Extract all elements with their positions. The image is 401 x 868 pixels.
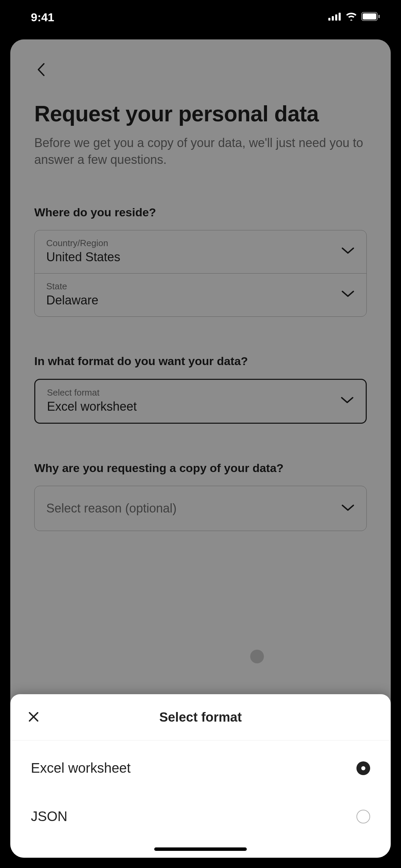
wifi-icon bbox=[345, 12, 357, 22]
svg-rect-3 bbox=[339, 13, 341, 21]
option-label: JSON bbox=[31, 809, 68, 824]
reason-select-placeholder: Select reason (optional) bbox=[46, 501, 334, 516]
sheet-title: Select format bbox=[159, 710, 242, 725]
battery-icon bbox=[361, 12, 380, 22]
svg-rect-5 bbox=[363, 13, 376, 20]
country-select-label: Country/Region bbox=[46, 238, 334, 249]
chevron-down-icon bbox=[341, 503, 355, 514]
section-label-format: In what format do you want your data? bbox=[34, 354, 367, 368]
country-select-value: United States bbox=[46, 250, 334, 264]
radio-unselected-icon bbox=[356, 810, 370, 823]
svg-rect-2 bbox=[335, 14, 337, 21]
section-label-reside: Where do you reside? bbox=[34, 206, 367, 219]
page-title: Request your personal data bbox=[34, 101, 367, 126]
radio-selected-icon bbox=[356, 761, 370, 775]
status-icons bbox=[328, 12, 380, 22]
state-select[interactable]: State Delaware bbox=[35, 273, 366, 316]
svg-rect-1 bbox=[332, 16, 334, 21]
reason-select[interactable]: Select reason (optional) bbox=[35, 486, 366, 531]
back-button[interactable] bbox=[31, 60, 51, 81]
section-label-reason: Why are you requesting a copy of your da… bbox=[34, 461, 367, 475]
select-format-sheet: Select format Excel worksheet JSON bbox=[10, 694, 391, 858]
sheet-close-button[interactable] bbox=[24, 708, 43, 727]
cellular-icon bbox=[328, 12, 341, 22]
app-screen: Request your personal data Before we get… bbox=[10, 39, 391, 858]
chevron-down-icon bbox=[341, 246, 355, 256]
status-bar: 9:41 bbox=[0, 0, 401, 34]
country-select[interactable]: Country/Region United States bbox=[35, 230, 366, 273]
home-indicator[interactable] bbox=[154, 847, 247, 851]
svg-rect-6 bbox=[378, 15, 380, 18]
svg-rect-0 bbox=[328, 18, 330, 21]
option-json[interactable]: JSON bbox=[10, 792, 391, 841]
state-select-value: Delaware bbox=[46, 293, 334, 308]
touch-indicator bbox=[250, 650, 264, 663]
state-select-label: State bbox=[46, 281, 334, 292]
option-label: Excel worksheet bbox=[31, 760, 131, 776]
close-icon bbox=[27, 711, 40, 724]
format-select[interactable]: Select format Excel worksheet bbox=[35, 380, 366, 423]
format-select-label: Select format bbox=[47, 387, 333, 398]
chevron-down-icon bbox=[341, 289, 355, 300]
option-excel-worksheet[interactable]: Excel worksheet bbox=[10, 744, 391, 792]
page-subtitle: Before we get you a copy of your data, w… bbox=[34, 135, 367, 168]
sheet-options: Excel worksheet JSON bbox=[10, 740, 391, 844]
format-select-value: Excel worksheet bbox=[47, 399, 333, 414]
status-time: 9:41 bbox=[31, 11, 54, 24]
chevron-left-icon bbox=[36, 62, 46, 78]
chevron-down-icon bbox=[340, 396, 354, 406]
